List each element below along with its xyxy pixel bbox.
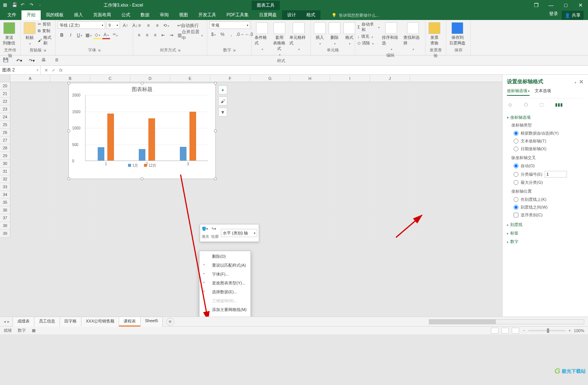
cell[interactable] — [10, 199, 50, 206]
delete-cells-button[interactable]: 删除 — [328, 21, 341, 46]
row-head[interactable]: 24 — [0, 113, 10, 121]
login-link[interactable]: 登录 — [549, 11, 558, 20]
ctx-item[interactable]: ▫更改图表类型(Y)... — [199, 278, 251, 287]
cell[interactable] — [210, 183, 250, 190]
cell[interactable] — [50, 230, 90, 237]
cell[interactable] — [10, 168, 50, 175]
share-button[interactable]: 👤共享 — [562, 11, 584, 20]
menu-tab-3[interactable]: 插入 — [69, 10, 88, 20]
cell[interactable] — [290, 183, 330, 190]
row-head[interactable]: 29 — [0, 152, 10, 160]
cell[interactable] — [290, 206, 330, 214]
cell[interactable] — [210, 90, 250, 97]
chart-filter-button[interactable]: ▼ — [218, 108, 227, 116]
cell[interactable] — [10, 152, 50, 159]
pane-size-icon[interactable]: ⬚ — [540, 102, 547, 109]
menu-tab-9[interactable]: 开发工具 — [193, 10, 221, 20]
cell[interactable] — [10, 113, 50, 121]
cell[interactable] — [210, 214, 250, 222]
chart-plot-area[interactable]: 0500100015002000123 — [85, 95, 208, 161]
cell[interactable] — [370, 136, 410, 144]
cell[interactable] — [50, 222, 90, 229]
grow-font-icon[interactable]: A↑ — [121, 21, 130, 30]
cell[interactable] — [250, 105, 290, 113]
cell[interactable] — [50, 206, 90, 214]
view-normal-icon[interactable] — [491, 328, 498, 334]
cell[interactable] — [370, 113, 410, 121]
cell[interactable] — [90, 191, 130, 198]
row-head[interactable]: 25 — [0, 121, 10, 129]
font-size-select[interactable]: 9▾ — [107, 21, 120, 29]
qat-preview-icon[interactable]: 🗎 — [55, 57, 61, 64]
pane-axis-icon[interactable]: ▮▮▮ — [555, 102, 562, 109]
chart-bar[interactable] — [139, 149, 145, 161]
align-middle-icon[interactable]: ≡ — [144, 21, 152, 30]
cell[interactable] — [290, 90, 330, 97]
fx-icon[interactable]: fx — [59, 68, 63, 73]
cell[interactable] — [370, 175, 410, 183]
cell[interactable] — [250, 191, 290, 198]
menu-tab-8[interactable]: 视图 — [174, 10, 193, 20]
cell[interactable] — [250, 152, 290, 159]
cell[interactable] — [10, 144, 50, 152]
row-head[interactable]: 31 — [0, 168, 10, 175]
cell[interactable] — [370, 98, 410, 105]
italic-button[interactable]: I — [67, 31, 75, 39]
cell[interactable] — [330, 113, 370, 121]
cell[interactable] — [90, 183, 130, 190]
enter-formula-icon[interactable]: ✓ — [52, 68, 56, 73]
cell[interactable] — [370, 152, 410, 159]
redo-icon[interactable]: ↷ — [30, 2, 36, 8]
close-button[interactable]: ✕ — [573, 0, 588, 10]
cell[interactable] — [250, 98, 290, 105]
select-all-corner[interactable] — [0, 75, 10, 82]
sheet-nav-first-icon[interactable]: ◂ — [4, 319, 6, 324]
chart-title[interactable]: 图表标题 — [69, 83, 215, 95]
section-number[interactable]: 数字 — [507, 239, 584, 244]
chart-styles-button[interactable]: 🖌 — [218, 97, 227, 105]
format-cells-button[interactable]: 格式 — [343, 21, 356, 46]
table-format-button[interactable]: 套用 表格格式 — [271, 21, 287, 57]
zoom-in-button[interactable]: ＋ — [568, 328, 572, 333]
row-head[interactable]: 20 — [0, 82, 10, 90]
cell[interactable] — [290, 152, 330, 159]
cell[interactable] — [330, 82, 370, 90]
pane-tab-axis-options[interactable]: 坐标轴选项 — [507, 88, 530, 96]
col-head[interactable]: H — [290, 75, 330, 82]
cell[interactable] — [210, 168, 250, 175]
cell[interactable] — [290, 136, 330, 144]
font-color-button[interactable]: A — [102, 31, 110, 39]
cell[interactable] — [330, 222, 370, 229]
add-sheet-button[interactable]: ⊕ — [166, 318, 174, 326]
section-ticks[interactable]: 刻度线 — [507, 222, 584, 227]
number-format-select[interactable]: 常规▾ — [209, 21, 250, 29]
qat-more-icon[interactable] — [38, 2, 44, 8]
section-axis-options[interactable]: 坐标轴选项 — [507, 115, 584, 120]
cell[interactable] — [10, 82, 50, 90]
cell[interactable] — [290, 121, 330, 128]
view-pagelayout-icon[interactable] — [501, 328, 509, 334]
qat-redo2-icon[interactable]: ↷▾ — [29, 58, 35, 63]
cell[interactable] — [370, 191, 410, 198]
chart-object[interactable]: 图表标题 0500100015002000123 1月 12月 + 🖌 ▼ — [68, 83, 216, 179]
tell-me-input[interactable]: 💡告诉我您想要做什么... — [328, 11, 383, 20]
cell[interactable] — [370, 206, 410, 214]
cell[interactable] — [330, 160, 370, 167]
cell[interactable] — [370, 121, 410, 128]
cell[interactable] — [10, 121, 50, 128]
cell[interactable] — [290, 168, 330, 175]
cell[interactable] — [130, 199, 170, 206]
align-left-icon[interactable]: ≡ — [135, 31, 143, 39]
cell[interactable] — [250, 183, 290, 190]
opt-cross-max[interactable]: 最大分类(G) — [507, 179, 584, 186]
row-head[interactable]: 27 — [0, 136, 10, 144]
row-head[interactable]: 32 — [0, 175, 10, 183]
row-head[interactable]: 22 — [0, 98, 10, 105]
cell[interactable] — [250, 214, 290, 222]
row-head[interactable]: 23 — [0, 105, 10, 113]
align-top-icon[interactable]: ≡ — [135, 21, 144, 30]
fill-button[interactable]: ↓ 填充 — [357, 34, 380, 39]
cell[interactable] — [250, 90, 290, 97]
send-to-wechat-button[interactable]: 发送 到微信 — [2, 21, 16, 47]
cell[interactable] — [130, 214, 170, 222]
